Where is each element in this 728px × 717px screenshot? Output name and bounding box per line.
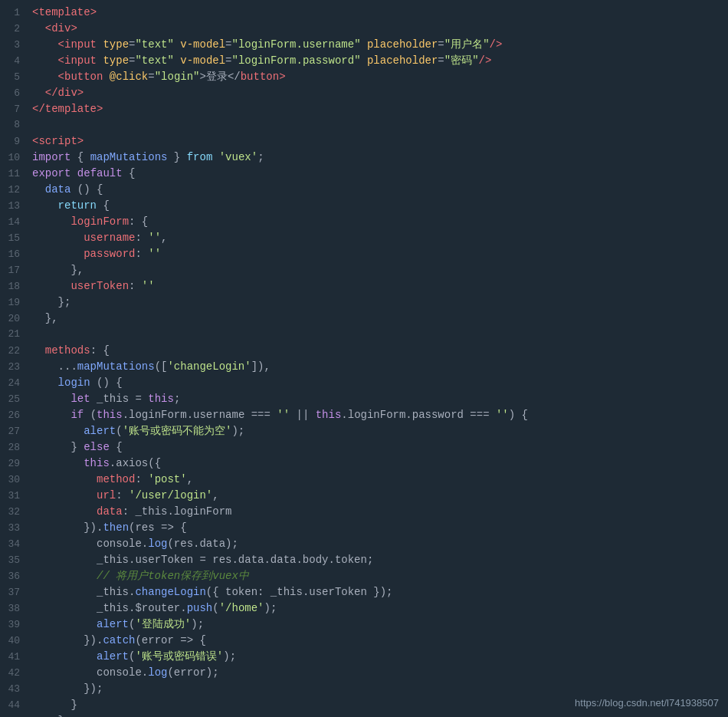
token: @click [110, 71, 148, 83]
line-number: 14 [0, 215, 28, 230]
token: res [135, 521, 154, 534]
line-content: }).catch(error => { [28, 633, 728, 650]
token: userToken [71, 280, 129, 292]
code-line: 15 username: '', [0, 230, 728, 246]
token: > [97, 103, 103, 115]
token: }, [32, 264, 84, 276]
token [32, 425, 84, 437]
line-content: export default { [28, 166, 728, 183]
line-content: if (this.loginForm.username === '' || th… [28, 407, 728, 424]
token: this [148, 393, 174, 405]
line-content: <script> [28, 133, 728, 150]
code-line: 4 <input type="text" v-model="loginForm.… [0, 53, 728, 69]
token: input [64, 54, 97, 67]
token: else [84, 441, 110, 453]
code-line: 45 } [0, 713, 728, 717]
line-content: data: _this.loginForm [28, 504, 728, 521]
token [103, 71, 109, 83]
line-content: import { mapMutations } from 'vuex'; [28, 150, 728, 166]
line-number: 43 [0, 682, 28, 697]
line-number: 31 [0, 488, 28, 504]
token [32, 344, 45, 357]
line-number: 38 [0, 601, 28, 617]
code-editor: 1<template>2 <div>3 <input type="text" v… [0, 0, 728, 717]
token: } [167, 151, 186, 163]
line-content: </div> [28, 85, 728, 102]
line-content: alert('账号或密码不能为空'); [28, 423, 728, 440]
token: template [45, 103, 97, 115]
token [32, 554, 97, 566]
token: import [32, 151, 71, 163]
line-content: _this.changeLogin({ token: _this.userTok… [28, 584, 728, 601]
token: /> [490, 38, 503, 51]
line-number: 6 [0, 86, 28, 101]
watermark: https://blog.csdn.net/l741938507 [575, 696, 719, 711]
code-line: 17 }, [0, 262, 728, 278]
token: > [279, 71, 285, 83]
token: v-model [180, 54, 225, 67]
token: }); [32, 682, 103, 695]
token: ( [116, 425, 122, 437]
token [32, 457, 84, 469]
token: => { [174, 634, 206, 646]
code-line: 21 [0, 327, 728, 343]
line-number: 40 [0, 633, 28, 649]
line-number: 23 [0, 360, 28, 375]
token [32, 199, 58, 212]
code-line: 5 <button @click="login">登录</button> [0, 69, 728, 85]
token: div [58, 87, 77, 99]
line-content: url: '/user/login', [28, 488, 728, 505]
line-content: let _this = this; [28, 391, 728, 408]
token: ... [32, 360, 77, 373]
token: ([ [155, 360, 168, 373]
token: '/home' [219, 602, 264, 614]
token [32, 570, 97, 582]
line-number: 24 [0, 376, 28, 391]
line-content: } [28, 713, 728, 717]
code-line: 3 <input type="text" v-model="loginForm.… [0, 37, 728, 53]
code-line: 12 data () { [0, 182, 728, 198]
token: : _this.loginForm [123, 505, 232, 518]
token: ( [135, 634, 141, 646]
token: > [77, 87, 84, 99]
line-number: 28 [0, 440, 28, 456]
token: script [38, 135, 77, 147]
code-line: 22 methods: { [0, 343, 728, 359]
token [32, 666, 97, 679]
line-number: 17 [0, 263, 28, 278]
line-number: 7 [0, 102, 28, 117]
code-line: 31 url: '/user/login', [0, 488, 728, 504]
token: log [148, 538, 167, 550]
token: changeLogin [135, 586, 205, 598]
line-number: 4 [0, 54, 28, 69]
line-number: 1 [0, 5, 28, 21]
token: ); [264, 602, 277, 614]
token: "login" [155, 71, 200, 83]
token: method [97, 473, 135, 485]
token: "loginForm.password" [232, 54, 361, 67]
line-number: 35 [0, 553, 28, 568]
token: . [142, 538, 148, 550]
token: ; [257, 151, 264, 163]
line-number: 34 [0, 537, 28, 552]
line-content: login () { [28, 375, 728, 392]
token: (error); [167, 666, 218, 679]
token: > [71, 22, 77, 35]
token [32, 489, 97, 502]
token: . [142, 666, 148, 679]
token: < [32, 71, 64, 83]
token: export [32, 167, 71, 179]
token: > [90, 6, 97, 18]
token: return [58, 199, 97, 212]
token [32, 183, 45, 196]
line-content: <button @click="login">登录</button> [28, 69, 728, 86]
token: ( [84, 409, 97, 421]
line-number: 9 [0, 134, 28, 150]
code-line: 34 console.log(res.data); [0, 536, 728, 552]
token: push [187, 602, 213, 614]
line-number: 30 [0, 472, 28, 488]
line-content: </template> [28, 101, 728, 118]
token: => { [155, 521, 187, 534]
line-number: 42 [0, 666, 28, 681]
line-number: 20 [0, 311, 28, 327]
